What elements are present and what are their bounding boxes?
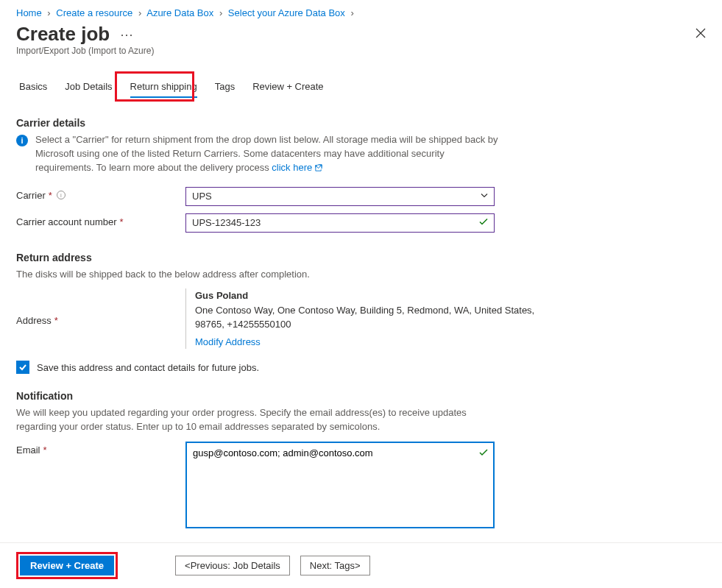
page-title: Create job	[16, 23, 110, 46]
chevron-right-icon: ›	[216, 7, 225, 18]
address-line: One Contoso Way, One Contoso Way, Buildi…	[195, 303, 553, 332]
account-input-wrap	[185, 213, 495, 233]
carrier-label-text: Carrier	[16, 190, 46, 201]
address-content: Gus Poland One Contoso Way, One Contoso …	[185, 288, 553, 349]
previous-button[interactable]: <Previous: Job Details	[175, 556, 290, 575]
footer-bar: Review + Create <Previous: Job Details N…	[0, 542, 722, 588]
tab-return-shipping[interactable]: Return shipping	[121, 75, 206, 99]
breadcrumb-data-box[interactable]: Azure Data Box	[146, 7, 213, 18]
chevron-right-icon: ›	[44, 7, 53, 18]
required-indicator: *	[43, 444, 47, 456]
close-button[interactable]	[696, 28, 706, 40]
tab-bar: Basics Job Details Return shipping Tags …	[0, 59, 722, 99]
valid-check-icon	[478, 447, 489, 460]
breadcrumb-create-resource[interactable]: Create a resource	[56, 7, 132, 18]
save-address-label: Save this address and contact details fo…	[37, 362, 259, 373]
return-desc: The disks will be shipped back to the be…	[16, 268, 502, 282]
tab-tags[interactable]: Tags	[206, 75, 244, 99]
tab-basics[interactable]: Basics	[16, 75, 56, 99]
info-text: Select a "Carrier" for return shipment f…	[35, 133, 502, 175]
modify-address-link[interactable]: Modify Address	[195, 335, 261, 350]
email-label-text: Email	[16, 444, 40, 456]
carrier-select[interactable]: UPS	[185, 187, 495, 206]
section-carrier-title: Carrier details	[16, 117, 706, 129]
external-link-icon	[314, 164, 322, 172]
page-subtitle: Import/Export Job (Import to Azure)	[0, 46, 722, 59]
account-label: Carrier account number *	[16, 213, 185, 227]
account-label-text: Carrier account number	[16, 216, 117, 227]
section-notification-title: Notification	[16, 390, 706, 402]
tab-review-create[interactable]: Review + Create	[244, 75, 332, 99]
info-banner: i Select a "Carrier" for return shipment…	[16, 133, 502, 175]
close-icon	[696, 28, 706, 38]
chevron-right-icon: ›	[347, 7, 356, 18]
email-label: Email *	[16, 442, 185, 456]
carrier-label: Carrier * i	[16, 187, 185, 201]
review-create-button[interactable]: Review + Create	[20, 556, 114, 575]
check-icon	[18, 363, 27, 372]
highlight-review-button: Review + Create	[16, 552, 118, 579]
carrier-info-text: Select a "Carrier" for return shipment f…	[35, 134, 498, 173]
address-label-text: Address	[16, 315, 52, 326]
breadcrumb: Home › Create a resource › Azure Data Bo…	[0, 0, 722, 21]
more-actions-button[interactable]: ⋯	[120, 28, 133, 41]
breadcrumb-home[interactable]: Home	[16, 7, 42, 18]
link-text: click here	[272, 161, 312, 175]
section-return-title: Return address	[16, 252, 706, 263]
notification-desc: We will keep you updated regarding your …	[16, 406, 502, 434]
chevron-right-icon: ›	[135, 7, 144, 18]
valid-check-icon	[478, 216, 489, 229]
required-indicator: *	[54, 315, 58, 326]
tab-job-details[interactable]: Job Details	[56, 75, 121, 99]
carrier-account-input[interactable]	[192, 217, 473, 228]
address-name: Gus Poland	[195, 288, 553, 303]
help-icon[interactable]: i	[57, 191, 66, 199]
click-here-link[interactable]: click here	[272, 161, 322, 175]
chevron-down-icon	[480, 191, 489, 202]
info-icon: i	[16, 135, 28, 146]
next-button[interactable]: Next: Tags>	[300, 556, 370, 575]
email-textarea[interactable]	[185, 442, 495, 528]
carrier-value: UPS	[192, 191, 212, 202]
required-indicator: *	[49, 190, 52, 201]
breadcrumb-select-data-box[interactable]: Select your Azure Data Box	[228, 7, 345, 18]
address-label: Address *	[16, 288, 185, 349]
required-indicator: *	[120, 216, 124, 227]
save-address-checkbox[interactable]	[16, 361, 29, 374]
